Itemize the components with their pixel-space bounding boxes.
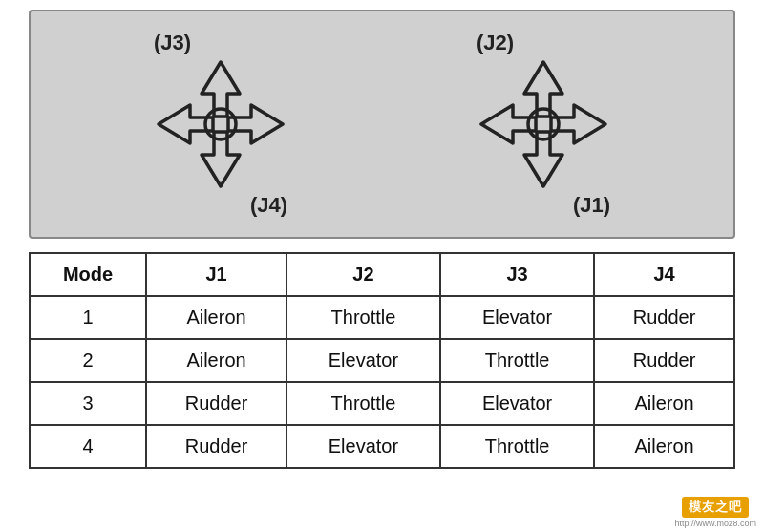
watermark: 模友之吧 http://www.moz8.com <box>674 497 756 528</box>
label-j4: (J4) <box>250 193 287 218</box>
cell-j3-row2: Throttle <box>440 339 594 382</box>
label-j2: (J2) <box>477 31 514 55</box>
cell-j1-row1: Aileron <box>146 296 286 339</box>
cell-j2-row2: Elevator <box>286 339 440 382</box>
joystick-right: (J2) (J1) <box>477 31 610 218</box>
cell-j3-row4: Throttle <box>440 425 594 468</box>
watermark-url: http://www.moz8.com <box>674 519 756 528</box>
cell-mode-row1: 1 <box>30 296 146 339</box>
joystick-right-svg <box>477 57 610 191</box>
cell-j2-row4: Elevator <box>286 425 440 468</box>
label-j3: (J3) <box>154 31 191 55</box>
cell-j4-row3: Aileron <box>594 382 734 425</box>
table-row: 2AileronElevatorThrottleRudder <box>30 339 734 382</box>
cell-mode-row2: 2 <box>30 339 146 382</box>
table-row: 4RudderElevatorThrottleAileron <box>30 425 734 468</box>
cell-j4-row2: Rudder <box>594 339 734 382</box>
col-j3: J3 <box>440 253 594 296</box>
joystick-left-svg <box>154 57 287 191</box>
cell-j4-row4: Aileron <box>594 425 734 468</box>
col-mode: Mode <box>30 253 146 296</box>
col-j2: J2 <box>286 253 440 296</box>
col-j1: J1 <box>146 253 286 296</box>
svg-point-4 <box>205 109 236 139</box>
cell-mode-row4: 4 <box>30 425 146 468</box>
col-j4: J4 <box>594 253 734 296</box>
cell-j4-row1: Rudder <box>594 296 734 339</box>
cell-j1-row4: Rudder <box>146 425 286 468</box>
watermark-badge: 模友之吧 <box>682 497 749 518</box>
cell-mode-row3: 3 <box>30 382 146 425</box>
cell-j3-row1: Elevator <box>440 296 594 339</box>
cell-j3-row3: Elevator <box>440 382 594 425</box>
mode-table: Mode J1 J2 J3 J4 1AileronThrottleElevato… <box>29 252 735 469</box>
label-j1: (J1) <box>573 193 610 218</box>
cell-j2-row1: Throttle <box>286 296 440 339</box>
table-row: 1AileronThrottleElevatorRudder <box>30 296 734 339</box>
joystick-area: (J3) (J4) (J2) <box>29 10 735 239</box>
svg-point-9 <box>528 109 559 139</box>
table-row: 3RudderThrottleElevatorAileron <box>30 382 734 425</box>
joystick-left: (J3) (J4) <box>154 31 287 218</box>
cell-j2-row3: Throttle <box>286 382 440 425</box>
main-container: (J3) (J4) (J2) <box>0 0 764 532</box>
cell-j1-row2: Aileron <box>146 339 286 382</box>
cell-j1-row3: Rudder <box>146 382 286 425</box>
table-header-row: Mode J1 J2 J3 J4 <box>30 253 734 296</box>
